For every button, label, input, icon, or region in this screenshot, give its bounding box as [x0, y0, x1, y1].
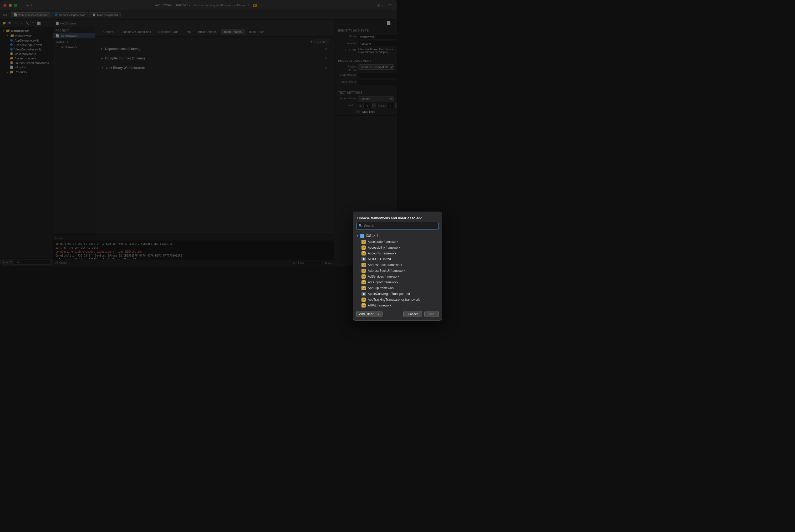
framework-icon-4: 📦	[361, 263, 366, 266]
framework-item-4[interactable]: 📦 AddressBook.framework	[353, 262, 398, 266]
framework-item-1[interactable]: 📦 Accessibility.framework	[353, 245, 398, 250]
ios-icon: i	[360, 234, 364, 238]
framework-name-3: ACIPCBTLib.tbd	[368, 257, 391, 261]
framework-icon-1: 📦	[361, 246, 366, 250]
dialog-overlay: Choose frameworks and libraries to add: …	[0, 0, 398, 266]
framework-name-1: Accessibility.framework	[368, 246, 398, 249]
framework-name-2: Accounts.framework	[368, 251, 396, 255]
framework-item-0[interactable]: 📦 Accelerate.framework	[353, 239, 398, 245]
ios-group-label: iOS 14.4	[366, 234, 378, 238]
framework-name-4: AddressBook.framework	[368, 263, 398, 266]
ios-group-arrow: ▼	[356, 234, 359, 237]
dialog-title: Choose frameworks and libraries to add:	[353, 212, 398, 222]
ios-group-header[interactable]: ▼ i iOS 14.4	[353, 233, 398, 239]
framework-icon-0: 📦	[361, 240, 366, 244]
add-framework-dialog: Choose frameworks and libraries to add: …	[353, 212, 398, 266]
framework-name-0: Accelerate.framework	[368, 240, 398, 244]
tbd-icon-3: 📄	[361, 257, 366, 261]
search-container: 🔍	[356, 222, 398, 229]
framework-list: ▼ i iOS 14.4 📦 Accelerate.framework 📦 Ac…	[353, 232, 398, 266]
framework-item-2[interactable]: 📦 Accounts.framework	[353, 250, 398, 256]
framework-icon-2: 📦	[361, 251, 366, 255]
search-icon: 🔍	[359, 224, 362, 228]
framework-item-3[interactable]: 📄 ACIPCBTLib.tbd	[353, 256, 398, 262]
framework-search-input[interactable]	[364, 224, 398, 228]
